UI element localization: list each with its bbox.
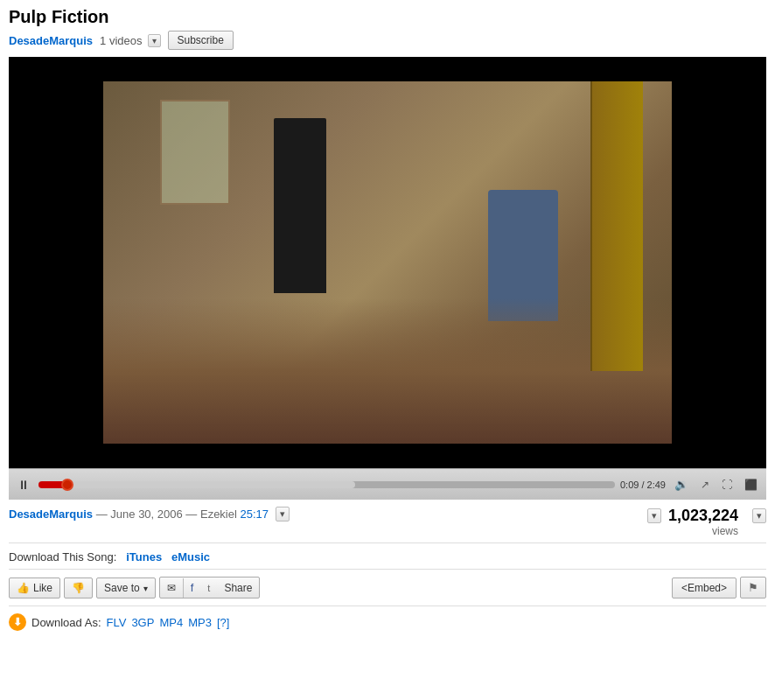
download-help-link[interactable]: [?] xyxy=(217,616,229,629)
channel-row: DesadeMarquis 1 videos ▾ Subscribe xyxy=(9,31,766,50)
info-date: — June 30, 2006 — xyxy=(93,508,200,521)
info-expand-icon[interactable]: ▾ xyxy=(276,507,290,522)
videos-dropdown-icon[interactable]: ▾ xyxy=(148,34,161,47)
download-as-row: ⬇ Download As: FLV 3GP MP4 MP3 [?] xyxy=(9,606,766,638)
thumbs-up-icon: 👍 xyxy=(17,582,30,594)
twitter-share-button[interactable]: t xyxy=(200,579,217,597)
movie-frame xyxy=(103,81,672,444)
share-button[interactable]: Share xyxy=(217,578,259,598)
video-player-wrapper: ⏸ 0:09 / 2:49 🔉 ↗ ⛶ ⬛ xyxy=(9,57,766,500)
action-bar: 👍 Like 👎 Save to ✉ f t Share <Embed> ⚑ xyxy=(9,570,766,606)
page-title: Pulp Fiction xyxy=(9,7,766,27)
info-row: DesadeMarquis — June 30, 2006 — Ezekiel … xyxy=(9,500,766,543)
download-as-icon: ⬇ xyxy=(9,613,26,631)
video-screen[interactable] xyxy=(9,57,766,468)
video-count: 1 videos ▾ xyxy=(100,34,160,47)
views-block: 1,023,224 views xyxy=(668,507,738,537)
time-display: 0:09 / 2:49 xyxy=(620,480,666,490)
fullscreen-icon: ⛶ xyxy=(722,479,732,491)
embed-button[interactable]: <Embed> xyxy=(672,578,737,598)
info-ezekiel-link[interactable]: 25:17 xyxy=(241,508,269,521)
info-left: DesadeMarquis — June 30, 2006 — Ezekiel … xyxy=(9,507,290,522)
progress-track[interactable] xyxy=(38,481,615,488)
info-right-expand-icon[interactable]: ▾ xyxy=(647,508,661,523)
volume-icon: 🔉 xyxy=(674,478,688,491)
volume-button[interactable]: 🔉 xyxy=(671,476,692,493)
twitter-icon: t xyxy=(207,583,210,593)
facebook-icon: f xyxy=(191,581,194,594)
facebook-share-button[interactable]: f xyxy=(184,578,201,598)
save-to-dropdown-icon xyxy=(143,582,148,594)
theater-icon: ⬛ xyxy=(744,479,758,491)
theater-button[interactable]: ⬛ xyxy=(741,477,761,493)
view-count: 1,023,224 xyxy=(668,507,738,525)
email-share-button[interactable]: ✉ xyxy=(160,578,184,598)
info-channel-link[interactable]: DesadeMarquis xyxy=(9,508,93,521)
3gp-link[interactable]: 3GP xyxy=(131,616,154,629)
share-group: ✉ f t Share xyxy=(159,577,261,598)
channel-link[interactable]: DesadeMarquis xyxy=(9,34,93,47)
download-as-label: Download As: xyxy=(31,616,101,629)
info-right: ▾ 1,023,224 views ▾ xyxy=(640,507,766,537)
subscribe-button[interactable]: Subscribe xyxy=(168,31,234,50)
download-song-label: Download This Song: xyxy=(9,550,116,564)
save-to-button[interactable]: Save to xyxy=(96,578,156,598)
email-icon: ✉ xyxy=(167,582,176,594)
progress-container xyxy=(38,481,615,488)
like-button[interactable]: 👍 Like xyxy=(9,578,60,598)
info-ezekiel: Ezekiel 25:17 xyxy=(200,508,269,521)
pause-button[interactable]: ⏸ xyxy=(14,476,33,494)
share-ctrl-icon: ↗ xyxy=(701,479,709,491)
pause-icon: ⏸ xyxy=(17,478,30,492)
share-ctrl-button[interactable]: ↗ xyxy=(697,477,713,493)
emusic-link[interactable]: eMusic xyxy=(171,550,210,564)
progress-thumb[interactable] xyxy=(61,479,73,491)
itunes-link[interactable]: iTunes xyxy=(126,550,162,564)
flag-button[interactable]: ⚑ xyxy=(740,577,766,598)
download-song-row: Download This Song: iTunes eMusic xyxy=(9,543,766,570)
dislike-button[interactable]: 👎 xyxy=(64,578,93,598)
thumbs-down-icon: 👎 xyxy=(72,582,85,594)
progress-loaded xyxy=(38,481,355,488)
mp3-link[interactable]: MP3 xyxy=(188,616,212,629)
flv-link[interactable]: FLV xyxy=(107,616,127,629)
views-label: views xyxy=(668,525,738,537)
views-expand-icon[interactable]: ▾ xyxy=(752,508,766,523)
player-controls: ⏸ 0:09 / 2:49 🔉 ↗ ⛶ ⬛ xyxy=(9,468,766,500)
flag-icon: ⚑ xyxy=(748,581,758,594)
fullscreen-button[interactable]: ⛶ xyxy=(718,477,736,493)
mp4-link[interactable]: MP4 xyxy=(159,616,183,629)
